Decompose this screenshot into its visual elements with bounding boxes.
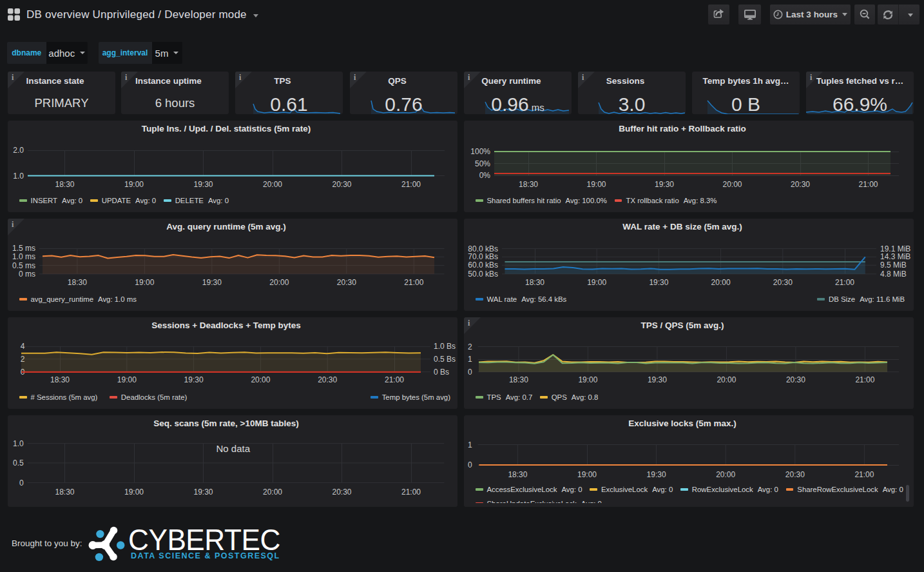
- svg-text:19:00: 19:00: [586, 180, 606, 189]
- svg-text:0.5: 0.5: [13, 459, 24, 468]
- svg-text:19:00: 19:00: [587, 278, 606, 287]
- svg-text:0: 0: [19, 478, 24, 488]
- svg-text:0%: 0%: [479, 171, 491, 180]
- svg-text:19:30: 19:30: [655, 180, 674, 189]
- svg-text:20:30: 20:30: [318, 375, 337, 384]
- svg-text:19:30: 19:30: [647, 470, 666, 479]
- svg-text:20:00: 20:00: [711, 278, 731, 287]
- svg-text:18:30: 18:30: [509, 375, 528, 384]
- svg-text:20:30: 20:30: [332, 180, 351, 189]
- svg-text:1.5 ms: 1.5 ms: [12, 244, 35, 253]
- svg-text:1.0 ms: 1.0 ms: [12, 252, 35, 261]
- svg-text:20:00: 20:00: [251, 375, 270, 384]
- svg-text:9.5 MiB: 9.5 MiB: [880, 261, 907, 270]
- svg-text:19:30: 19:30: [649, 278, 668, 287]
- svg-text:19:00: 19:00: [578, 375, 597, 384]
- svg-text:0: 0: [468, 460, 472, 469]
- svg-text:19:30: 19:30: [184, 375, 204, 384]
- svg-text:20:30: 20:30: [786, 375, 805, 384]
- svg-text:0 Bs: 0 Bs: [434, 368, 449, 377]
- svg-text:21:00: 21:00: [855, 375, 874, 384]
- svg-text:21:00: 21:00: [385, 375, 404, 384]
- svg-text:1: 1: [468, 440, 472, 449]
- svg-text:20:00: 20:00: [263, 488, 282, 497]
- svg-text:60.0 kBs: 60.0 kBs: [468, 261, 498, 270]
- svg-text:0.5 Bs: 0.5 Bs: [434, 355, 456, 364]
- svg-text:20:00: 20:00: [716, 470, 735, 479]
- svg-text:21:00: 21:00: [854, 470, 874, 479]
- svg-text:18:30: 18:30: [508, 470, 527, 479]
- svg-text:50%: 50%: [475, 159, 490, 168]
- svg-text:19:00: 19:00: [124, 180, 144, 189]
- svg-text:21:00: 21:00: [401, 180, 421, 189]
- svg-text:20:30: 20:30: [791, 180, 810, 189]
- svg-text:21:00: 21:00: [858, 180, 878, 189]
- svg-text:19:00: 19:00: [135, 278, 154, 287]
- svg-text:19:30: 19:30: [648, 375, 667, 384]
- svg-text:1.0 Bs: 1.0 Bs: [434, 342, 456, 351]
- svg-text:50.0 kBs: 50.0 kBs: [468, 270, 498, 279]
- svg-text:20:00: 20:00: [717, 375, 736, 384]
- svg-text:19:30: 19:30: [193, 488, 213, 497]
- svg-text:4: 4: [21, 342, 25, 351]
- svg-text:20:00: 20:00: [722, 180, 742, 189]
- svg-text:0 ms: 0 ms: [19, 270, 35, 279]
- svg-text:20:00: 20:00: [269, 278, 289, 287]
- svg-text:18:30: 18:30: [68, 278, 87, 287]
- svg-text:1.0: 1.0: [13, 439, 24, 448]
- svg-text:19:00: 19:00: [577, 470, 597, 479]
- svg-text:18:30: 18:30: [525, 278, 544, 287]
- svg-text:19:30: 19:30: [202, 278, 222, 287]
- svg-text:18:30: 18:30: [55, 488, 74, 497]
- svg-text:18:30: 18:30: [50, 375, 70, 384]
- svg-text:19:00: 19:00: [124, 488, 144, 497]
- svg-text:2.0: 2.0: [13, 146, 24, 155]
- svg-text:21:00: 21:00: [401, 488, 421, 497]
- svg-text:21:00: 21:00: [835, 278, 854, 287]
- svg-text:2: 2: [468, 342, 472, 351]
- svg-text:18:30: 18:30: [519, 180, 538, 189]
- svg-text:0.5 ms: 0.5 ms: [12, 261, 35, 270]
- svg-text:20:30: 20:30: [332, 488, 351, 497]
- svg-text:18:30: 18:30: [55, 180, 74, 189]
- svg-text:4.8 MiB: 4.8 MiB: [880, 270, 907, 279]
- svg-text:21:00: 21:00: [404, 278, 423, 287]
- svg-text:20:30: 20:30: [773, 278, 793, 287]
- svg-text:19:00: 19:00: [117, 375, 137, 384]
- svg-text:1: 1: [468, 355, 472, 364]
- svg-text:No data: No data: [217, 443, 251, 454]
- svg-text:20:30: 20:30: [337, 278, 356, 287]
- svg-text:100%: 100%: [470, 147, 490, 156]
- svg-text:19:30: 19:30: [193, 180, 213, 189]
- svg-text:20:30: 20:30: [785, 470, 805, 479]
- svg-text:1.0: 1.0: [13, 172, 24, 181]
- svg-text:20:00: 20:00: [263, 180, 282, 189]
- svg-text:0: 0: [468, 368, 472, 377]
